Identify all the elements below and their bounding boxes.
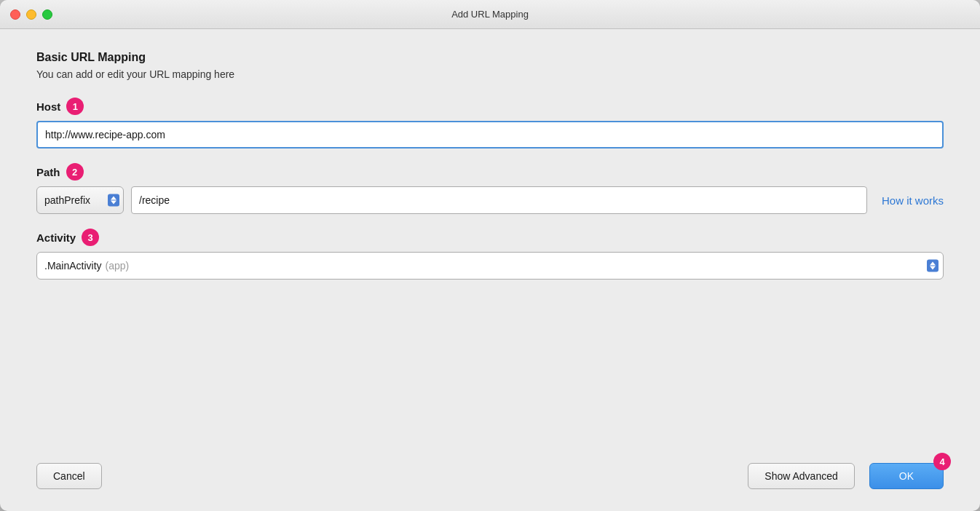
path-label: Path: [36, 166, 60, 178]
ok-wrapper: 4 OK: [869, 463, 944, 489]
footer: Cancel Show Advanced 4 OK: [0, 448, 980, 511]
host-label-row: Host 1: [36, 98, 944, 115]
ok-badge: 4: [933, 453, 951, 470]
window-title: Add URL Mapping: [451, 9, 529, 20]
content-area: Basic URL Mapping You can add or edit yo…: [0, 29, 980, 448]
activity-arrow-down-icon: [930, 266, 936, 270]
main-window: Add URL Mapping Basic URL Mapping You ca…: [0, 0, 980, 511]
minimize-button[interactable]: [26, 9, 36, 20]
titlebar-buttons: [10, 9, 52, 20]
host-badge: 1: [66, 98, 84, 115]
ok-button[interactable]: OK: [869, 463, 944, 489]
footer-right: Show Advanced 4 OK: [748, 463, 944, 489]
path-label-row: Path 2: [36, 163, 944, 181]
activity-sub-text: (app): [106, 260, 130, 272]
show-advanced-wrapper: Show Advanced: [748, 463, 854, 489]
titlebar: Add URL Mapping: [0, 0, 980, 29]
section-subtitle: You can add or edit your URL mapping her…: [36, 68, 944, 80]
path-input[interactable]: [131, 186, 867, 214]
activity-badge: 3: [82, 229, 99, 246]
activity-arrow-up-icon: [930, 262, 936, 266]
maximize-button[interactable]: [42, 9, 52, 20]
cancel-button[interactable]: Cancel: [36, 463, 102, 489]
activity-display[interactable]: .MainActivity (app): [36, 252, 944, 280]
show-advanced-button[interactable]: Show Advanced: [748, 463, 854, 489]
host-field-group: Host 1: [36, 98, 944, 148]
path-field-group: Path 2 pathPrefix pathPattern pathLitera…: [36, 163, 944, 214]
path-type-select[interactable]: pathPrefix pathPattern pathLiteral: [36, 186, 124, 214]
close-button[interactable]: [10, 9, 20, 20]
activity-main-text: .MainActivity: [44, 260, 102, 272]
activity-label-row: Activity 3: [36, 229, 944, 246]
how-it-works-link[interactable]: How it works: [882, 194, 944, 207]
activity-arrows-icon[interactable]: [927, 260, 938, 272]
section-title: Basic URL Mapping: [36, 51, 944, 64]
host-label: Host: [36, 100, 60, 113]
path-input-row: pathPrefix pathPattern pathLiteral How i…: [36, 186, 944, 214]
activity-label: Activity: [36, 231, 76, 244]
path-select-wrapper: pathPrefix pathPattern pathLiteral: [36, 186, 124, 214]
path-badge: 2: [66, 163, 84, 181]
host-input[interactable]: [36, 121, 944, 148]
activity-field-group: Activity 3 .MainActivity (app): [36, 229, 944, 280]
